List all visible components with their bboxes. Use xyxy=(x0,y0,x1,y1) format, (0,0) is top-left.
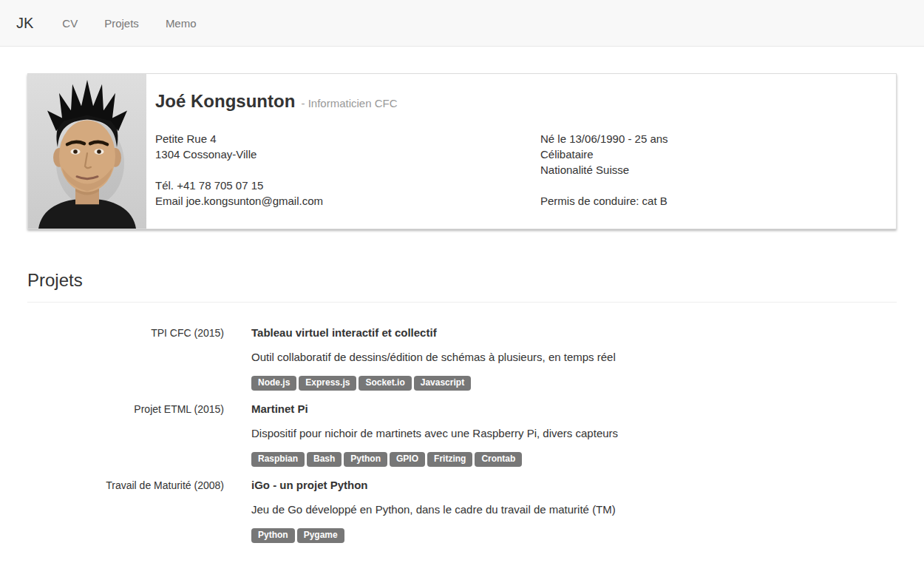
tag-badge: Crontab xyxy=(475,452,522,467)
profile-info: Joé Kongsunton - Informaticien CFC Petit… xyxy=(146,74,896,229)
tag-badge: Express.js xyxy=(299,376,356,391)
tag-badge: Node.js xyxy=(251,376,296,391)
profile-name-row: Joé Kongsunton - Informaticien CFC xyxy=(155,90,881,115)
tag-badge: Python xyxy=(251,528,295,543)
birth-line: Né le 13/06/1990 - 25 ans xyxy=(540,131,881,146)
nav-item-projets[interactable]: Projets xyxy=(104,17,139,30)
project-period: Projet ETML (2015) xyxy=(27,401,224,467)
projects-list: TPI CFC (2015) Tableau virtuel interacti… xyxy=(27,325,897,543)
brand-link[interactable]: JK xyxy=(16,15,33,32)
project-description: Outil collaboratif de dessins/édition de… xyxy=(251,349,897,365)
driving-permit-line: Permis de conduire: cat B xyxy=(540,193,881,209)
profile-details: Petite Rue 4 1304 Cossonay-Ville Tél. +4… xyxy=(155,131,881,209)
tag-badge: Javascript xyxy=(414,376,471,391)
project-main: iGo - un projet Python Jeu de Go dévelop… xyxy=(251,477,897,543)
project-title: Tableau virtuel interactif et collectif xyxy=(251,325,897,340)
project-main: Tableau virtuel interactif et collectif … xyxy=(251,325,897,391)
profile-card: Joé Kongsunton - Informaticien CFC Petit… xyxy=(27,73,897,229)
profile-subtitle: - Informaticien CFC xyxy=(302,97,398,109)
project-description: Dispositif pour nichoir de martinets ave… xyxy=(251,425,897,441)
tag-badge: Pygame xyxy=(297,528,344,543)
marital-status-line: Célibataire xyxy=(540,146,881,162)
project-period: Travail de Maturité (2008) xyxy=(27,477,224,543)
profile-contact-column: Petite Rue 4 1304 Cossonay-Ville Tél. +4… xyxy=(155,131,540,209)
profile-personal-column: Né le 13/06/1990 - 25 ans Célibataire Na… xyxy=(540,131,881,209)
project-period: TPI CFC (2015) xyxy=(27,325,224,391)
projects-divider xyxy=(27,302,897,303)
project-main: Martinet Pi Dispositif pour nichoir de m… xyxy=(251,401,897,467)
top-navbar: JK CV Projets Memo xyxy=(0,0,924,47)
page-container: Joé Kongsunton - Informaticien CFC Petit… xyxy=(27,73,897,543)
project-row: TPI CFC (2015) Tableau virtuel interacti… xyxy=(27,325,897,391)
email-line: Email joe.kongsunton@gmail.com xyxy=(155,193,540,209)
profile-name: Joé Kongsunton xyxy=(155,91,295,111)
project-title: Martinet Pi xyxy=(251,401,897,417)
project-tags: PythonPygame xyxy=(251,527,897,543)
project-row: Travail de Maturité (2008) iGo - un proj… xyxy=(27,477,897,543)
address-line-2: 1304 Cossonay-Ville xyxy=(155,146,540,162)
nav-item-cv[interactable]: CV xyxy=(62,17,78,30)
project-tags: RaspbianBashPythonGPIOFritzingCrontab xyxy=(251,451,897,467)
tag-badge: Bash xyxy=(307,452,342,467)
tag-badge: GPIO xyxy=(390,452,425,467)
address-line-1: Petite Rue 4 xyxy=(155,131,540,146)
phone-line: Tél. +41 78 705 07 15 xyxy=(155,178,540,193)
nationality-line: Nationalité Suisse xyxy=(540,162,881,178)
projects-heading: Projets xyxy=(27,268,897,292)
tag-badge: Raspbian xyxy=(251,452,305,467)
project-tags: Node.jsExpress.jsSocket.ioJavascript xyxy=(251,374,897,391)
project-title: iGo - un projet Python xyxy=(251,477,897,493)
tag-badge: Fritzing xyxy=(427,452,472,467)
project-description: Jeu de Go développé en Python, dans le c… xyxy=(251,502,897,517)
tag-badge: Socket.io xyxy=(359,376,411,391)
tag-badge: Python xyxy=(344,452,387,467)
nav-item-memo[interactable]: Memo xyxy=(166,17,197,30)
profile-photo xyxy=(28,74,146,229)
project-row: Projet ETML (2015) Martinet Pi Dispositi… xyxy=(27,401,897,467)
